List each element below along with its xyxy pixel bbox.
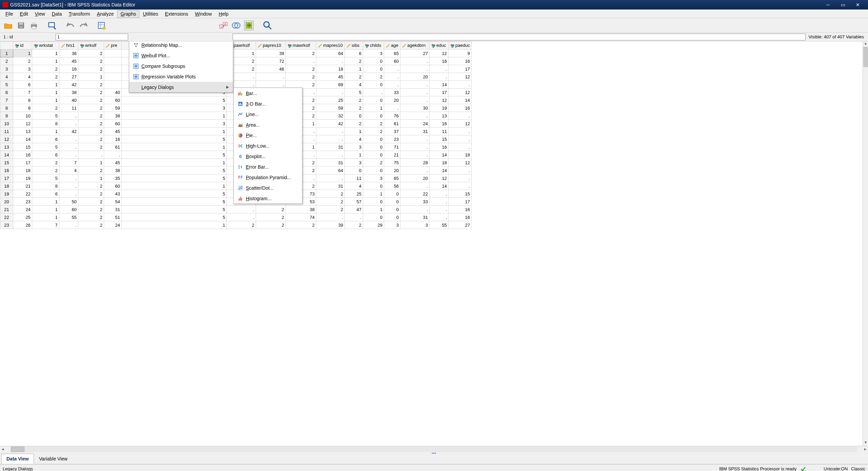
cell[interactable]: . — [316, 213, 345, 221]
open-icon[interactable] — [3, 21, 13, 30]
cell[interactable]: . — [345, 213, 363, 221]
cell[interactable]: 45 — [316, 73, 345, 81]
column-header-hrs1[interactable]: hrs1 — [59, 42, 78, 50]
cell[interactable]: 2 — [78, 112, 104, 120]
cell[interactable]: 27 — [449, 221, 472, 229]
cell[interactable]: 16 — [430, 120, 449, 128]
cell[interactable]: 12 — [449, 73, 472, 81]
row-header[interactable]: 9 — [0, 112, 13, 120]
cell[interactable]: 38 — [59, 89, 78, 96]
cell[interactable]: 0 — [345, 112, 363, 120]
cell[interactable]: . — [430, 206, 449, 213]
cell[interactable]: 74 — [286, 213, 316, 221]
cell[interactable]: 4 — [345, 182, 363, 190]
cell[interactable]: 33 — [384, 89, 400, 96]
cell[interactable]: 0 — [384, 213, 400, 221]
goto-case-icon[interactable] — [97, 21, 106, 30]
cell[interactable]: 2 — [78, 167, 104, 174]
cell[interactable]: 12 — [430, 174, 449, 182]
menu-edit[interactable]: Edit — [17, 10, 32, 18]
cell[interactable]: 2 — [32, 159, 59, 167]
menu-extensions[interactable]: Extensions — [162, 10, 192, 18]
cell[interactable]: 14 — [449, 96, 472, 104]
column-header-paeduc[interactable]: paeduc — [449, 42, 472, 50]
cell[interactable]: 2 — [78, 143, 104, 151]
cell[interactable]: 39 — [256, 50, 286, 57]
cell[interactable]: 2 — [256, 213, 286, 221]
cell[interactable]: 2 — [78, 65, 104, 73]
menuitem-3-d-bar-[interactable]: 3-D Bar... — [234, 98, 302, 109]
cell[interactable]: 21 — [13, 182, 32, 190]
cell[interactable]: 60 — [104, 182, 122, 190]
cell[interactable]: 3 — [13, 65, 32, 73]
cell[interactable]: 15 — [13, 143, 32, 151]
cell[interactable]: 0 — [384, 206, 400, 213]
cell[interactable]: 1 — [32, 89, 59, 96]
cell[interactable]: . — [384, 73, 400, 81]
menu-data[interactable]: Data — [48, 10, 65, 18]
cell[interactable]: 1 — [363, 104, 384, 112]
menu-transform[interactable]: Transform — [65, 10, 93, 18]
horizontal-scroll-thumb[interactable] — [11, 447, 24, 452]
redo-icon[interactable] — [79, 21, 88, 30]
cell[interactable]: 31 — [316, 143, 345, 151]
cell[interactable]: 2 — [345, 73, 363, 81]
cell[interactable]: 31 — [400, 213, 430, 221]
column-header-age[interactable]: age — [384, 42, 400, 50]
cell[interactable]: 2 — [227, 221, 256, 229]
scroll-down-icon[interactable]: ▼ — [863, 440, 868, 446]
cell[interactable]: 8 — [32, 120, 59, 128]
cell[interactable]: 45 — [104, 128, 122, 135]
cell[interactable]: 0 — [363, 167, 384, 174]
cell[interactable]: 16 — [449, 104, 472, 112]
cell[interactable]: . — [363, 89, 384, 96]
cell[interactable]: 0 — [363, 198, 384, 206]
cell[interactable]: 16 — [449, 213, 472, 221]
cell[interactable]: 56 — [384, 182, 400, 190]
cell[interactable]: 13 — [13, 128, 32, 135]
cell[interactable]: 7 — [59, 159, 78, 167]
cell[interactable]: 0 — [363, 96, 384, 104]
cell[interactable]: 18 — [13, 167, 32, 174]
cell[interactable]: 1 — [32, 206, 59, 213]
cell[interactable]: 2 — [345, 120, 363, 128]
scroll-up-icon[interactable]: ▲ — [863, 41, 868, 47]
cell[interactable]: . — [400, 96, 430, 104]
cell[interactable]: 15 — [449, 190, 472, 198]
cell[interactable]: 16 — [104, 135, 122, 143]
cell[interactable]: 0 — [363, 57, 384, 65]
cell[interactable]: 4 — [345, 135, 363, 143]
cell[interactable]: 65 — [384, 174, 400, 182]
cell[interactable]: . — [430, 65, 449, 73]
cell[interactable]: 1 — [78, 73, 104, 81]
cell[interactable]: 40 — [104, 89, 122, 96]
cell[interactable]: 3 — [384, 221, 400, 229]
cell[interactable]: . — [104, 151, 122, 159]
cell[interactable]: 1 — [122, 128, 227, 135]
cell[interactable]: . — [449, 143, 472, 151]
cell[interactable]: 4 — [59, 167, 78, 174]
cell[interactable]: 4 — [345, 81, 363, 89]
cell[interactable]: 76 — [384, 112, 400, 120]
vertical-scroll-thumb[interactable] — [863, 47, 868, 67]
cell[interactable]: 14 — [430, 81, 449, 89]
menu-analyze[interactable]: Analyze — [94, 10, 117, 18]
cell[interactable]: 27 — [59, 73, 78, 81]
cell[interactable]: 2 — [78, 213, 104, 221]
row-header[interactable]: 15 — [0, 159, 13, 167]
cell[interactable]: 8 — [13, 96, 32, 104]
cell[interactable]: 45 — [59, 57, 78, 65]
cell[interactable]: 8 — [32, 182, 59, 190]
show-all-icon[interactable]: + — [244, 21, 254, 30]
cell[interactable]: 51 — [104, 213, 122, 221]
cell[interactable]: 1 — [32, 198, 59, 206]
cell[interactable]: 20 — [400, 174, 430, 182]
cell[interactable]: 1 — [122, 112, 227, 120]
cell[interactable]: 31 — [316, 182, 345, 190]
cell[interactable]: 14 — [430, 182, 449, 190]
horizontal-scrollbar[interactable]: ◄ ► — [0, 446, 868, 452]
cell[interactable]: 32 — [316, 112, 345, 120]
cell[interactable]: 13 — [430, 112, 449, 120]
cell[interactable]: 6 — [32, 135, 59, 143]
row-header[interactable]: 8 — [0, 104, 13, 112]
